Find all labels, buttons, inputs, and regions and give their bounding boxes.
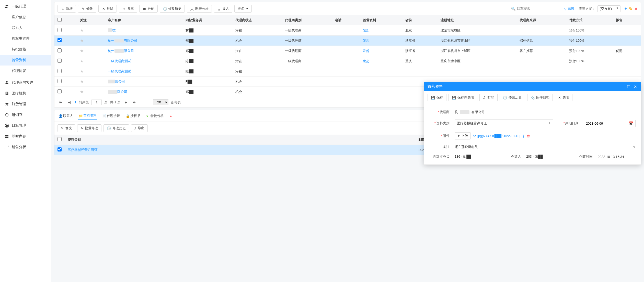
delete-button[interactable]: ✕删除 <box>98 5 117 13</box>
download-file-icon[interactable]: ⭳ <box>522 134 525 138</box>
value-remark[interactable]: 还在那狡辩心头 ✎ <box>455 145 636 149</box>
nav-stock[interactable]: 即时库存 <box>0 131 51 142</box>
select-all-checkbox[interactable] <box>57 18 62 22</box>
nav-first-doc[interactable]: 首营资料 <box>0 55 51 66</box>
table-row[interactable]: ★二级代理商测试陈██潜在二级代理商发起重庆重庆市渝中区预付100% <box>54 56 641 66</box>
assign-button[interactable]: ⊞分配 <box>139 5 158 13</box>
table-row[interactable]: ★██技林██潜在一级代理商发起北京北京市东城区预付100% <box>54 25 641 36</box>
row-checkbox[interactable] <box>57 48 62 52</box>
cell-name[interactable]: ███限公司 <box>105 77 182 87</box>
cell-sy[interactable]: 发起 <box>360 25 402 36</box>
page-prev[interactable]: ◀ <box>66 100 72 105</box>
nav-agent-agreement[interactable]: 代理协议 <box>0 66 51 76</box>
advanced-filter[interactable]: ▽高级 <box>564 6 574 11</box>
delete-file-icon[interactable]: 🗑 <box>527 134 530 138</box>
nav-inventory[interactable]: 进销存 <box>0 110 51 120</box>
search-input-wrap[interactable]: 🔍 <box>509 6 562 12</box>
nav-medical[interactable]: 医疗机构 <box>0 88 51 99</box>
star-toggle[interactable]: ★ <box>80 90 84 94</box>
row-checkbox[interactable] <box>57 38 62 42</box>
star-toggle[interactable]: ★ <box>80 69 84 73</box>
nav-customer-info[interactable]: 客户信息 <box>0 12 51 23</box>
search-input[interactable] <box>517 7 560 10</box>
star-toggle[interactable]: ★ <box>80 59 84 63</box>
detail-history-button[interactable]: 🕓修改历史 <box>103 124 129 132</box>
nav-special-price[interactable]: 特批价格 <box>0 44 51 55</box>
detail-th-type[interactable]: 资料类别 <box>65 135 416 145</box>
nav-contacts[interactable]: 联系人 <box>0 23 51 33</box>
th-status[interactable]: 代理商状态 <box>232 15 282 25</box>
edit-button[interactable]: ✎修改 <box>78 5 96 13</box>
th-pay[interactable]: 付款方式 <box>566 15 613 25</box>
nav-sales-analysis[interactable]: 销售分析 <box>0 142 51 153</box>
share-button[interactable]: ⇪共享 <box>119 5 137 13</box>
page-first[interactable]: ⏮ <box>57 100 64 105</box>
cell-sy[interactable]: 发起 <box>360 46 402 56</box>
dlg-saveclose-button[interactable]: 💾保存并关闭 <box>448 94 477 101</box>
scheme-add-icon[interactable]: + <box>625 6 627 11</box>
history-button[interactable]: 🕓修改历史 <box>160 5 185 13</box>
scheme-edit-icon[interactable]: ✎ <box>629 6 632 11</box>
th-addr[interactable]: 注册地址 <box>438 15 516 25</box>
row-checkbox[interactable] <box>57 79 62 83</box>
cell-name[interactable]: 杭州████有限公司 <box>105 36 182 46</box>
date-expire-input[interactable] <box>586 122 629 125</box>
nav-primary-agent[interactable]: 一级代理 <box>0 1 51 12</box>
row-checkbox[interactable] <box>57 69 62 73</box>
dlg-history-button[interactable]: 🕓修改历史 <box>500 94 525 101</box>
detail-row-checkbox[interactable] <box>57 147 62 151</box>
dlg-print-button[interactable]: 🖨打印 <box>479 94 498 101</box>
page-goto-input[interactable] <box>91 100 102 105</box>
cell-sy[interactable] <box>360 87 402 97</box>
select-type[interactable]: 医疗器械经营许可证 <box>455 120 553 127</box>
row-checkbox[interactable] <box>57 28 62 32</box>
date-expire[interactable]: 📅 <box>584 120 636 127</box>
th-phone[interactable]: 电话 <box>332 15 360 25</box>
th-name[interactable]: 客户名称 <box>105 15 182 25</box>
dlg-attach-button[interactable]: 📎附件归档 <box>527 94 553 101</box>
star-toggle[interactable]: ★ <box>80 49 84 53</box>
star-toggle[interactable]: ★ <box>80 28 84 32</box>
tab-more[interactable]: ★ <box>169 112 174 120</box>
dlg-close-button[interactable]: ✕关闭 <box>555 94 572 101</box>
scheme-delete-icon[interactable]: ✕ <box>634 6 638 11</box>
dialog-titlebar[interactable]: 首营资料 — ☐ ✕ <box>424 82 641 91</box>
page-next[interactable]: ▶ <box>123 100 129 105</box>
th-sy[interactable]: 首营资料 <box>360 15 402 25</box>
tab-contacts[interactable]: 👤联系人 <box>58 112 74 120</box>
nav-auth-mgmt[interactable]: 授权书管理 <box>0 33 51 44</box>
cell-sy[interactable]: 发起 <box>360 56 402 66</box>
add-button[interactable]: ＋新增 <box>57 5 76 13</box>
upload-button[interactable]: ⬆上传 <box>455 132 471 139</box>
maximize-icon[interactable]: ☐ <box>627 84 630 89</box>
cell-name[interactable]: 杭州████限公司 <box>105 46 182 56</box>
cell-sy[interactable]: 发起 <box>360 36 402 46</box>
th-src[interactable]: 代理商来源 <box>516 15 566 25</box>
cell-sy[interactable] <box>360 66 402 77</box>
file-chip[interactable]: hh.jpg(68.47 K███ 2022-10-13] ⭳ 🗑 <box>473 134 530 138</box>
nav-agent-customers[interactable]: 代理商的客户 <box>0 77 51 88</box>
star-toggle[interactable]: ★ <box>80 79 84 84</box>
calendar-icon[interactable]: 📅 <box>629 121 633 125</box>
th-star[interactable]: 关注 <box>77 15 105 25</box>
th-prov[interactable]: 省份 <box>402 15 438 25</box>
th-type[interactable]: 代理商类别 <box>282 15 332 25</box>
cell-name[interactable]: ██技 <box>105 25 182 36</box>
more-button[interactable]: 更多▼ <box>234 5 252 13</box>
detail-export-button[interactable]: ⤴导出 <box>131 124 148 132</box>
row-checkbox[interactable] <box>57 89 62 93</box>
tab-price[interactable]: $特批价格 <box>145 112 164 120</box>
import-button[interactable]: ⭳导入 <box>214 5 232 13</box>
cell-name[interactable]: 一级代理商测试 <box>105 66 182 77</box>
th-sale[interactable]: 拟售 <box>613 15 641 25</box>
page-last[interactable]: ⏭ <box>131 100 138 105</box>
detail-batch-button[interactable]: ✎批量修改 <box>77 124 101 132</box>
row-checkbox[interactable] <box>57 59 62 63</box>
nav-order[interactable]: 订货管理 <box>0 99 51 110</box>
table-row[interactable]: ★杭州████限公司郑██潜在一级代理商发起浙江省浙江省杭州市上城区客户推荐预付… <box>54 46 641 56</box>
table-row[interactable]: ★一级代理商测试陈██潜在 <box>54 66 641 77</box>
cell-name[interactable]: ████限公司 <box>105 87 182 97</box>
dlg-save-button[interactable]: 💾保存 <box>428 94 446 101</box>
table-row[interactable]: ★杭州████有限公司郑██机会一级代理商发起浙江省浙江省杭州市萧山区招标信息预… <box>54 36 641 46</box>
detail-cell-type[interactable]: 医疗器械经营许可证 <box>65 145 416 155</box>
